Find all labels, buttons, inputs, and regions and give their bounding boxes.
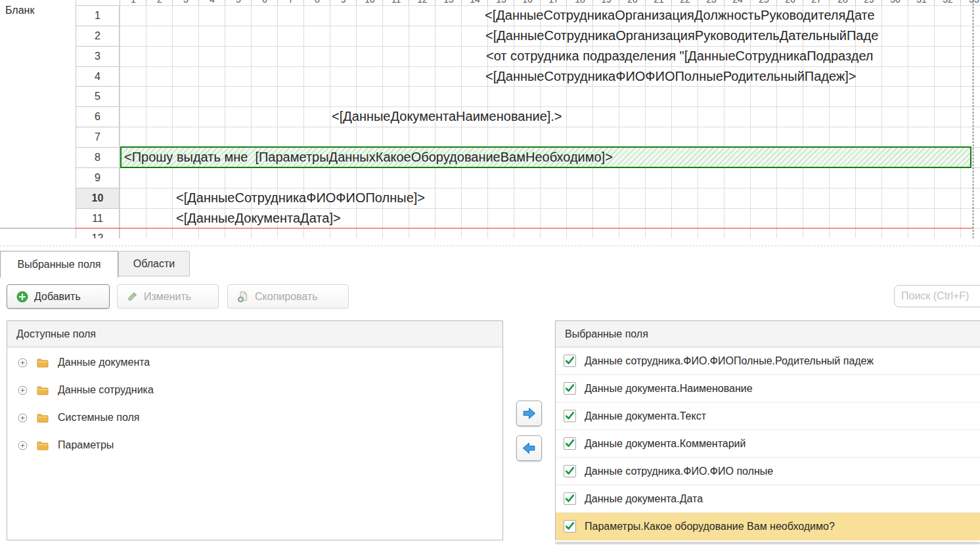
check-icon [564, 410, 575, 422]
tree-item-label: Параметры [58, 439, 114, 451]
tree-item-label: Системные поля [58, 412, 139, 424]
available-fields-title: Доступные поля [16, 328, 96, 340]
available-fields-tree[interactable]: Данные документа Данные сотрудника Систе… [7, 349, 502, 459]
tree-item[interactable]: Системные поля [7, 404, 502, 431]
tab-areas[interactable]: Области [118, 251, 190, 276]
tab-label: Области [133, 258, 175, 270]
cell-text[interactable]: <от сотрудника подразделения "[ДанныеСот… [486, 48, 874, 64]
folder-icon [37, 385, 49, 395]
arrow-left-icon [522, 441, 537, 456]
page-boundary-dashed-line [973, 0, 973, 238]
list-item-label: Данные документа.Наименование [585, 383, 753, 395]
selected-fields-title: Выбранные поля [565, 328, 648, 340]
expand-icon[interactable] [18, 385, 28, 395]
template-sheet[interactable]: Бланк 1234567891011121314151617181920212… [0, 0, 980, 238]
checkbox[interactable] [564, 410, 576, 422]
check-icon [564, 383, 575, 394]
add-button-label: Добавить [34, 291, 81, 303]
expand-icon[interactable] [18, 358, 28, 368]
add-button[interactable]: Добавить [7, 284, 110, 309]
list-item-label: Параметры.Какое оборудование Вам необход… [585, 521, 835, 533]
tree-item[interactable]: Данные сотрудника [7, 376, 502, 404]
list-item[interactable]: Параметры.Какое оборудование Вам необход… [556, 513, 980, 540]
folder-icon [37, 441, 49, 450]
list-item-label: Данные документа.Текст [585, 410, 706, 422]
check-icon [564, 493, 575, 504]
list-item[interactable]: Данные сотрудника.ФИО.ФИОПолные.Родитель… [556, 347, 980, 375]
check-icon [564, 438, 575, 449]
tree-item[interactable]: Данные документа [7, 349, 502, 376]
folder-icon [37, 358, 49, 368]
edit-button[interactable]: Изменить [117, 284, 219, 309]
tree-item-label: Данные документа [58, 357, 150, 368]
cell-text[interactable]: <[ДанныеСотрудникаФИОФИОПолные]> [176, 190, 425, 206]
list-item-label: Данные сотрудника.ФИО.ФИО полные [585, 466, 773, 477]
selected-fields-list[interactable]: Данные сотрудника.ФИО.ФИОПолные.Родитель… [556, 347, 980, 540]
cell-text[interactable]: <[ДанныеСотрудникаОрганизацияДолжностьРу… [485, 7, 875, 24]
add-icon [16, 291, 28, 303]
splitter[interactable] [0, 246, 980, 246]
tree-item-label: Данные сотрудника [58, 384, 154, 396]
copy-button-label: Скопировать [255, 291, 318, 303]
list-item-label: Данные документа.Комментарий [585, 438, 746, 450]
list-item-label: Данные документа.Дата [585, 493, 703, 505]
search-input[interactable] [894, 285, 980, 307]
folder-icon [37, 413, 49, 423]
checkbox[interactable] [564, 437, 576, 450]
pencil-icon [127, 291, 138, 302]
check-icon [564, 466, 575, 477]
available-fields-panel: Доступные поля Данные документа Данные с… [7, 320, 503, 540]
cell-text[interactable]: <[ДанныеСотрудникаФИОФИОПолныеРодительны… [485, 68, 857, 85]
list-item[interactable]: Данные документа.Текст [556, 403, 980, 430]
tab-selected-fields[interactable]: Выбранные поля [0, 251, 118, 278]
list-item[interactable]: Данные документа.Дата [556, 485, 980, 513]
tab-label: Выбранные поля [18, 259, 101, 271]
page-break-line [76, 228, 973, 229]
checkbox[interactable] [564, 465, 576, 477]
list-item[interactable]: Данные документа.Наименование [556, 375, 980, 403]
expand-icon[interactable] [18, 413, 28, 423]
copy-button[interactable]: Скопировать [227, 284, 349, 309]
cell-text[interactable]: <Прошу выдать мне [ПараметрыДанныхКакоеО… [124, 149, 613, 165]
selected-fields-header: Выбранные поля [556, 321, 980, 347]
available-fields-header: Доступные поля [7, 321, 502, 347]
horizontal-scrollbar[interactable] [555, 542, 980, 544]
move-left-button[interactable] [516, 435, 542, 461]
arrow-right-icon [522, 406, 537, 421]
checkbox[interactable] [564, 355, 576, 367]
page-break-line-left [0, 228, 76, 229]
move-right-button[interactable] [516, 401, 542, 426]
checkbox[interactable] [564, 382, 576, 395]
selected-fields-panel: Выбранные поля Данные сотрудника.ФИО.ФИО… [555, 320, 980, 540]
tree-item[interactable]: Параметры [7, 431, 502, 459]
list-item[interactable]: Данные документа.Комментарий [556, 430, 980, 458]
cells-layer[interactable]: <[ДанныеСотрудникаОрганизацияДолжностьРу… [0, 0, 973, 238]
checkbox[interactable] [564, 520, 576, 533]
check-icon [564, 355, 575, 366]
cell-text[interactable]: <[ДанныеДокументаНаименование].> [332, 108, 562, 125]
expand-icon[interactable] [18, 441, 28, 450]
copy-icon [237, 291, 249, 303]
edit-button-label: Изменить [144, 291, 191, 303]
list-item[interactable]: Данные сотрудника.ФИО.ФИО полные [556, 458, 980, 485]
list-item-label: Данные сотрудника.ФИО.ФИОПолные.Родитель… [585, 355, 874, 367]
checkbox[interactable] [564, 492, 576, 505]
cell-text[interactable]: <[ДанныеДокументаДата]> [176, 210, 341, 227]
check-icon [564, 521, 575, 532]
cell-text[interactable]: <[ДанныеСотрудникаОрганизацияРуководител… [485, 28, 878, 44]
